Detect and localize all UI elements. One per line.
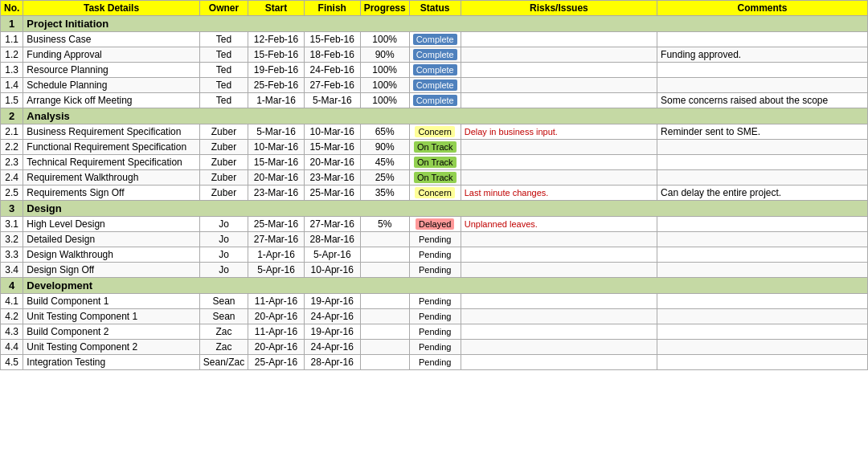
table-row: 2.1 Business Requirement Specification Z… [1,124,868,140]
task-comments [657,324,868,340]
task-status: On Track [409,155,461,170]
task-start: 19-Feb-16 [248,63,305,78]
task-name: Functional Requirement Specification [23,140,199,155]
task-risks [461,47,657,63]
table-row: 2.3 Technical Requirement Specification … [1,155,868,170]
table-row: 4.2 Unit Testing Component 1 Sean 20-Apr… [1,309,868,324]
table-row: 1.1 Business Case Ted 12-Feb-16 15-Feb-1… [1,32,868,47]
section-label: Project Initiation [23,16,868,32]
task-comments: Some concerns raised about the scope [657,93,868,108]
task-progress: 5% [360,217,409,232]
task-finish: 20-Mar-16 [304,155,360,170]
task-status: Complete [409,78,461,93]
status-badge: Complete [413,49,457,60]
table-row: 3.1 High Level Design Jo 25-Mar-16 27-Ma… [1,217,868,232]
task-finish: 15-Mar-16 [304,140,360,155]
row-number: 4.2 [1,309,23,324]
header-comments: Comments [657,1,868,16]
risk-text: Delay in business input. [465,127,558,137]
task-progress: 35% [360,186,409,201]
task-finish: 25-Mar-16 [304,186,360,201]
task-progress: 100% [360,63,409,78]
task-status: Complete [409,63,461,78]
task-comments [657,217,868,232]
status-badge: Pending [419,265,451,275]
row-number: 1.4 [1,78,23,93]
row-number: 3.1 [1,217,23,232]
project-tracker-table: No. Task Details Owner Start Finish Prog… [0,0,868,370]
task-risks [461,309,657,324]
status-badge: Complete [413,95,457,106]
task-finish: 24-Feb-16 [304,63,360,78]
task-risks [461,140,657,155]
task-status: Pending [409,247,461,263]
task-progress [360,340,409,355]
status-badge: Pending [419,250,451,259]
task-owner: Zuber [199,186,248,201]
task-start: 20-Mar-16 [248,170,305,186]
task-owner: Jo [199,247,248,263]
task-risks [461,294,657,309]
row-number: 1.2 [1,47,23,63]
task-finish: 10-Mar-16 [304,124,360,140]
task-risks [461,63,657,78]
task-progress [360,247,409,263]
header-no: No. [1,1,23,16]
table-row: 2.2 Functional Requirement Specification… [1,140,868,155]
task-status: Pending [409,294,461,309]
task-owner: Ted [199,63,248,78]
task-progress [360,324,409,340]
row-number: 1.3 [1,63,23,78]
task-start: 20-Apr-16 [248,309,305,324]
row-number: 1.1 [1,32,23,47]
task-owner: Jo [199,232,248,247]
table-row: 4.1 Build Component 1 Sean 11-Apr-16 19-… [1,294,868,309]
task-owner: Zac [199,340,248,355]
status-badge: On Track [414,172,457,183]
row-number: 2.1 [1,124,23,140]
task-owner: Sean [199,294,248,309]
status-badge: Complete [413,34,457,45]
header-task: Task Details [23,1,199,16]
risk-text: Last minute changes. [465,188,549,198]
task-status: Pending [409,263,461,278]
task-start: 5-Mar-16 [248,124,305,140]
task-comments [657,78,868,93]
row-number: 3.2 [1,232,23,247]
task-status: Pending [409,324,461,340]
task-comments: Can delay the entire project. [657,186,868,201]
task-start: 20-Apr-16 [248,340,305,355]
status-badge: Complete [413,80,457,91]
task-status: Complete [409,32,461,47]
task-finish: 5-Mar-16 [304,93,360,108]
table-row: 4.3 Build Component 2 Zac 11-Apr-16 19-A… [1,324,868,340]
task-progress: 65% [360,124,409,140]
task-finish: 24-Apr-16 [304,340,360,355]
task-progress [360,232,409,247]
task-owner: Jo [199,217,248,232]
task-name: Funding Approval [23,47,199,63]
task-comments [657,140,868,155]
task-name: Business Case [23,32,199,47]
task-progress [360,263,409,278]
task-finish: 10-Apr-16 [304,263,360,278]
task-status: Concern [409,186,461,201]
task-risks: Delay in business input. [461,124,657,140]
task-status: On Track [409,140,461,155]
row-number: 2.5 [1,186,23,201]
table-row: 4.5 Integration Testing Sean/Zac 25-Apr-… [1,355,868,370]
task-owner: Jo [199,263,248,278]
task-risks [461,263,657,278]
task-risks [461,155,657,170]
task-risks [461,93,657,108]
row-number: 4.3 [1,324,23,340]
task-start: 23-Mar-16 [248,186,305,201]
task-status: Delayed [409,217,461,232]
task-name: Schedule Planning [23,78,199,93]
task-risks [461,340,657,355]
task-owner: Zac [199,324,248,340]
task-finish: 18-Feb-16 [304,47,360,63]
task-name: Build Component 1 [23,294,199,309]
table-row: 3.4 Design Sign Off Jo 5-Apr-16 10-Apr-1… [1,263,868,278]
status-badge: Concern [415,126,455,137]
